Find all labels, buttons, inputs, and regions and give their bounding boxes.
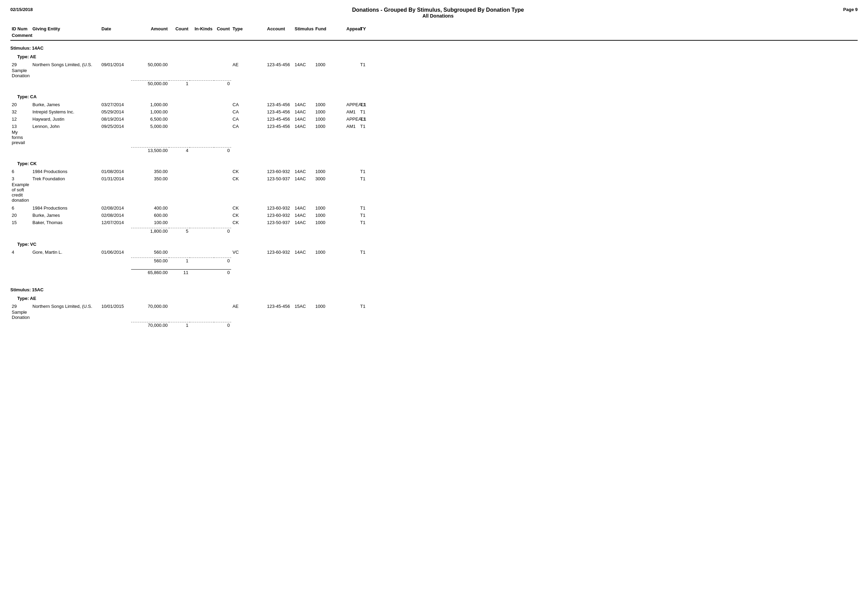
col-count2: Count [214,25,231,32]
subtotal-ca: 13,500.00 4 0 [10,146,858,155]
type-ae-header: Type: AE [17,54,858,59]
page-title: Donations - Grouped By Stimulus, Subgrou… [33,7,843,19]
page-date: 02/15/2018 [10,7,33,12]
table-row: 32 Intrepid Systems Inc. 05/29/2014 1,00… [10,109,858,116]
col-date: Date [100,25,131,32]
col-amount: Amount [131,25,169,32]
col-account: Account [266,25,293,32]
table-row: 20 Burke, James 02/08/2014 600.00 CK 123… [10,212,858,219]
table-row: 3 Trek Foundation 01/31/2014 350.00 CK 1… [10,175,858,203]
col-appeal: Appeal [345,25,359,32]
row-type: AE [231,62,266,68]
row-id: 20 [10,102,31,108]
col-type: Type [231,25,266,32]
page-header: 02/15/2018 Donations - Grouped By Stimul… [10,7,858,19]
row-type: CA [231,102,266,108]
subtotal-vc: 560.00 1 0 [10,257,858,265]
type-ae-15ac-header: Type: AE [17,296,858,301]
stimulus-14ac-header: Stimulus: 14AC [10,46,858,51]
type-ca-header: Type: CA [17,94,858,99]
row-id: 29 [10,62,31,68]
page-number: Page 9 [843,7,858,12]
table-row: 20 Burke, James 03/27/2014 1,000.00 CA 1… [10,102,858,109]
column-headers: ID Num Giving Entity Date Amount Count I… [10,25,858,41]
row-account: 123-45-456 [266,102,293,108]
col-ty: TY [359,25,858,32]
row-date: 03/27/2014 [100,102,131,108]
row-comment: Sample Donation [10,68,31,79]
row-amount: 1,000.00 [131,102,169,108]
col-fund: Fund [314,25,345,32]
col-count: Count [169,25,190,32]
table-row: 29 Northern Songs Limited, (U.S. 09/01/2… [10,61,858,79]
row-count [169,62,190,68]
subtotal-amount: 50,000.00 [131,80,169,87]
row-appeal [345,62,359,68]
table-row: 6 1984 Productions 01/08/2014 350.00 CK … [10,168,858,175]
table-row: 15 Baker, Thomas 12/07/2014 100.00 CK 12… [10,219,858,227]
subtotal-ck: 1,800.00 5 0 [10,227,858,236]
col-stimulus: Stimulus [293,25,314,32]
col-id: ID Num [10,25,31,32]
table-row: 13 Lennon, John 09/25/2014 5,000.00 CA 1… [10,123,858,146]
table-row: 4 Gore, Martin L. 01/06/2014 560.00 VC 1… [10,249,858,256]
subtotal-ae: 50,000.00 1 0 [10,80,858,88]
total-14ac: 65,860.00 11 0 [10,268,858,277]
row-entity: Northern Songs Limited, (U.S. [31,62,100,68]
row-date: 09/01/2014 [100,62,131,68]
col-entity: Giving Entity [31,25,100,32]
subtotal-count: 1 [169,80,190,87]
subtotal-inkinds: 0 [214,80,231,87]
stimulus-15ac-header: Stimulus: 15AC [10,287,858,292]
row-stimulus: 14AC [293,62,314,68]
type-ck-header: Type: CK [17,161,858,166]
row-ty: T1 [359,62,858,68]
col-inkinds: In-Kinds [190,25,214,32]
row-inkinds [190,62,214,68]
row-account: 123-45-456 [266,62,293,68]
row-amount: 50,000.00 [131,62,169,68]
report-title-line2: All Donations [33,13,843,19]
row-count2 [214,62,231,68]
row-fund: 1000 [314,62,345,68]
table-row: 12 Hayward, Justin 08/19/2014 6,500.00 C… [10,116,858,123]
row-entity: Burke, James [31,102,100,108]
table-row: 29 Northern Songs Limited, (U.S. 10/01/2… [10,303,858,321]
table-row: 6 1984 Productions 02/08/2014 400.00 CK … [10,205,858,212]
report-title-line1: Donations - Grouped By Stimulus, Subgrou… [33,7,843,13]
col-comment: Comment [10,32,31,38]
type-vc-header: Type: VC [17,242,858,247]
subtotal-ae-15ac: 70,000.00 1 0 [10,321,858,330]
